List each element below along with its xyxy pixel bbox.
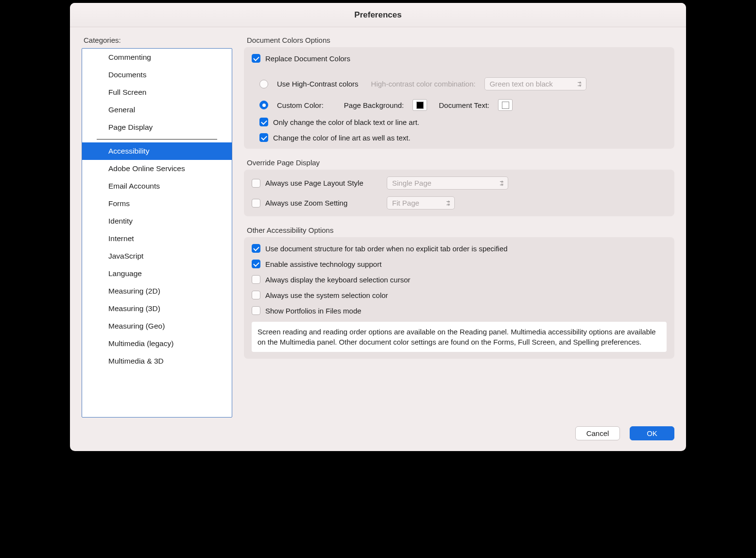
panel-override: Always use Page Layout Style Single Page… [244,170,674,216]
cancel-button[interactable]: Cancel [575,426,620,440]
only-black-text-checkbox[interactable] [259,118,268,126]
sidebar-item-general[interactable]: General [82,101,232,119]
high-contrast-label: Use High-Contrast colors [277,80,359,88]
always-layout-label: Always use Page Layout Style [265,179,382,187]
zoom-setting-value: Fit Page [392,199,419,207]
high-contrast-radio[interactable] [259,80,268,88]
layout-style-value: Single Page [392,179,431,187]
replace-doc-colors-label: Replace Document Colors [265,54,350,63]
sidebar-item-adobe-online-services[interactable]: Adobe Online Services [82,160,232,177]
assistive-tech-label: Enable assistive technology support [265,260,381,268]
high-contrast-combo-value: Green text on black [490,80,553,88]
sidebar-item-multimedia-legacy-[interactable]: Multimedia (legacy) [82,335,232,352]
window-title: Preferences [354,10,401,20]
page-background-label: Page Background: [344,101,404,109]
sidebar-item-internet[interactable]: Internet [82,230,232,247]
assistive-tech-checkbox[interactable] [252,260,260,268]
panel-other: Use document structure for tab order whe… [244,237,674,359]
sidebar-item-documents[interactable]: Documents [82,66,232,84]
sidebar-item-page-display[interactable]: Page Display [82,119,232,136]
layout-style-dropdown[interactable]: Single Page ▲▼ [387,176,508,190]
sidebar-item-javascript[interactable]: JavaScript [82,247,232,265]
category-list[interactable]: CommentingDocumentsFull ScreenGeneralPag… [82,48,232,418]
document-text-label: Document Text: [439,101,489,109]
page-background-swatch[interactable] [412,99,427,111]
custom-color-label: Custom Color: [277,101,324,109]
chevron-updown-icon: ▲▼ [447,200,451,207]
sidebar-item-multimedia-3d[interactable]: Multimedia & 3D [82,352,232,370]
high-contrast-combo-dropdown[interactable]: Green text on black ▲▼ [484,77,586,90]
always-zoom-checkbox[interactable] [252,199,260,208]
section-title-doc-colors: Document Colors Options [247,36,674,44]
sidebar: Categories: CommentingDocumentsFull Scre… [82,36,232,418]
zoom-setting-dropdown[interactable]: Fit Page ▲▼ [387,196,455,209]
sidebar-item-full-screen[interactable]: Full Screen [82,84,232,101]
sidebar-item-forms[interactable]: Forms [82,195,232,212]
ok-button[interactable]: OK [630,426,674,440]
sidebar-item-identity[interactable]: Identity [82,212,232,230]
section-title-other: Other Accessibility Options [247,226,674,234]
line-art-checkbox[interactable] [259,133,268,142]
portfolios-files-checkbox[interactable] [252,306,260,315]
always-layout-checkbox[interactable] [252,179,260,188]
line-art-label: Change the color of line art as well as … [273,134,411,142]
sidebar-item-accessibility[interactable]: Accessibility [82,142,232,160]
tab-order-label: Use document structure for tab order whe… [265,244,508,253]
sidebar-item-measuring-geo-[interactable]: Measuring (Geo) [82,317,232,335]
sidebar-item-measuring-3d-[interactable]: Measuring (3D) [82,300,232,317]
custom-color-radio[interactable] [259,101,268,109]
titlebar: Preferences [70,3,686,27]
system-selection-label: Always use the system selection color [265,291,388,299]
system-selection-checkbox[interactable] [252,291,260,299]
sidebar-item-language[interactable]: Language [82,265,232,282]
panel-doc-colors: Replace Document Colors Use High-Contras… [244,47,674,149]
keyboard-cursor-label: Always display the keyboard selection cu… [265,276,410,284]
tab-order-checkbox[interactable] [252,244,260,253]
sidebar-item-measuring-2d-[interactable]: Measuring (2D) [82,282,232,300]
sidebar-divider [97,139,217,140]
high-contrast-combo-label: High-contrast color combination: [371,80,476,88]
section-title-override: Override Page Display [247,158,674,167]
info-text: Screen reading and reading order options… [252,322,667,352]
preferences-window: Preferences Categories: CommentingDocume… [70,3,686,451]
main-pane: Document Colors Options Replace Document… [244,36,674,418]
chevron-updown-icon: ▲▼ [578,81,583,87]
document-text-swatch[interactable] [498,99,513,111]
portfolios-files-label: Show Portfolios in Files mode [265,307,361,315]
content-area: Categories: CommentingDocumentsFull Scre… [70,27,686,418]
swatch-color-black [416,102,424,109]
only-black-text-label: Only change the color of black text or l… [273,118,419,126]
always-zoom-label: Always use Zoom Setting [265,199,382,207]
sidebar-item-email-accounts[interactable]: Email Accounts [82,177,232,195]
dialog-footer: Cancel OK [70,418,686,451]
chevron-updown-icon: ▲▼ [500,180,504,187]
sidebar-item-commenting[interactable]: Commenting [82,49,232,66]
keyboard-cursor-checkbox[interactable] [252,275,260,284]
swatch-color-white [502,102,509,109]
replace-doc-colors-checkbox[interactable] [252,54,260,63]
sidebar-heading: Categories: [82,36,232,44]
